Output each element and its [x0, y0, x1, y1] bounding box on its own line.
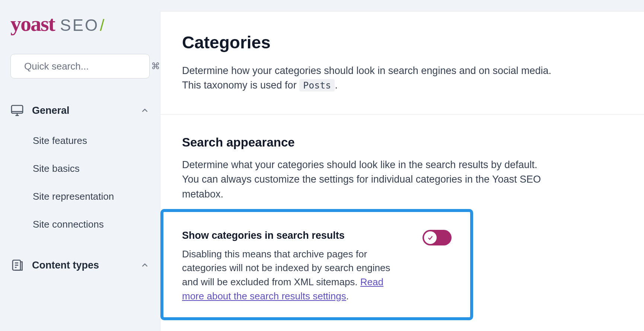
page-title: Categories	[182, 32, 622, 52]
logo-brand: yoast	[10, 11, 55, 36]
sidebar-group-label: Content types	[32, 260, 99, 271]
sidebar-item-site-basics[interactable]: Site basics	[33, 155, 150, 183]
section-title: Search appearance	[182, 135, 622, 150]
toggle-knob	[424, 231, 437, 244]
main-panel: Categories Determine how your categories…	[160, 11, 644, 331]
show-in-search-toggle[interactable]	[423, 230, 452, 245]
sidebar-group-general-items: Site features Site basics Site represent…	[10, 127, 150, 238]
monitor-icon	[10, 104, 24, 117]
sidebar-group-general[interactable]: General	[10, 99, 150, 122]
section-description: Determine what your categories should lo…	[182, 158, 554, 201]
page-description: Determine how your categories should loo…	[182, 64, 554, 93]
sidebar: yoast SEO/ ⌘K General	[0, 0, 160, 331]
logo-suffix: SEO	[60, 16, 99, 35]
search-box[interactable]: ⌘K	[10, 54, 150, 78]
svg-rect-2	[12, 106, 23, 113]
setting-description-trailing: .	[346, 290, 349, 302]
logo-slash: /	[100, 16, 104, 34]
highlighted-setting: Show categories in search results Disabl…	[160, 209, 473, 321]
check-icon	[427, 234, 434, 241]
sidebar-item-site-features[interactable]: Site features	[33, 127, 150, 155]
sidebar-item-site-representation[interactable]: Site representation	[33, 183, 150, 211]
document-icon	[10, 258, 24, 272]
page-description-leading: Determine how your categories should loo…	[182, 65, 551, 91]
chevron-up-icon	[140, 106, 150, 115]
logo: yoast SEO/	[10, 11, 150, 54]
sidebar-item-site-connections[interactable]: Site connections	[33, 211, 150, 238]
chevron-up-icon	[140, 260, 150, 270]
page-description-code: Posts	[299, 79, 335, 91]
setting-label: Show categories in search results	[182, 230, 390, 241]
search-input[interactable]	[24, 61, 145, 72]
sidebar-group-label: General	[32, 105, 70, 116]
setting-description-text: Disabling this means that archive pages …	[182, 248, 390, 287]
setting-description: Disabling this means that archive pages …	[182, 247, 390, 303]
page-description-trailing: .	[335, 80, 338, 91]
sidebar-nav: General Site features Site basics Site r…	[10, 99, 150, 276]
sidebar-group-content-types[interactable]: Content types	[10, 254, 150, 276]
search-appearance-section: Search appearance Determine what your ca…	[182, 135, 622, 320]
section-divider	[160, 114, 644, 115]
